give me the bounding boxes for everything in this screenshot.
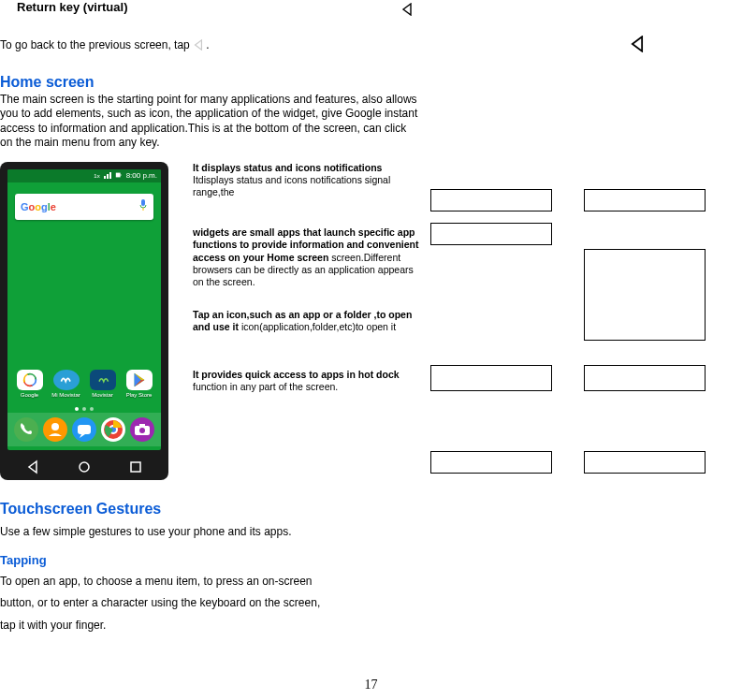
empty-box [430, 223, 552, 245]
tapping-line1: To open an app, to choose a menu item, t… [0, 575, 421, 590]
status-bar: 1x 8:00 p.m. [7, 169, 161, 182]
app-mi-movistar[interactable]: Mi Movistar [52, 370, 80, 398]
android-nav-bar [7, 458, 161, 480]
empty-box [584, 189, 706, 211]
callouts: It displays status and icons notificatio… [193, 162, 421, 480]
app-play-store[interactable]: Play Store [125, 370, 153, 398]
touchscreen-intro: Use a few simple gestures to use your ph… [0, 525, 421, 540]
svg-point-16 [80, 462, 89, 472]
back-triangle-icon [193, 39, 206, 52]
google-search-widget[interactable]: Google [15, 194, 153, 220]
back-triangle-icon [400, 3, 414, 19]
app-label: Google [21, 392, 38, 398]
app-label: Movistar [92, 392, 113, 398]
phone-mockup: 1x 8:00 p.m. Google [0, 162, 168, 480]
tapping-line2: button, or to enter a character using th… [0, 596, 421, 611]
nav-recent-icon[interactable] [128, 459, 143, 477]
callout-widgets: widgets are small apps that launch speci… [193, 226, 421, 288]
svg-rect-9 [78, 425, 91, 434]
svg-point-14 [139, 428, 145, 433]
chrome-icon[interactable] [101, 417, 125, 442]
mic-icon[interactable] [138, 198, 148, 214]
page-indicator [7, 407, 161, 411]
app-label: Play Store [126, 392, 153, 398]
tapping-line3: tap it with your finger. [0, 619, 421, 634]
callout-status-bar: It displays status and icons notificatio… [193, 162, 421, 198]
touchscreen-heading: Touchscreen Gestures [0, 501, 421, 518]
home-screen-description: The main screen is the starting point fo… [0, 93, 421, 151]
tapping-heading: Tapping [0, 553, 421, 567]
svg-rect-1 [120, 174, 121, 176]
google-logo: Google [21, 201, 56, 212]
empty-box [584, 249, 706, 341]
return-key-title: Return key (virtual) [17, 0, 742, 14]
phone-screen: 1x 8:00 p.m. Google [7, 169, 161, 450]
empty-box [430, 365, 552, 391]
battery-icon [115, 171, 123, 181]
messages-icon[interactable] [72, 417, 96, 442]
status-time: 8:00 p.m. [126, 171, 157, 180]
nav-home-icon[interactable] [77, 459, 92, 477]
svg-rect-2 [141, 199, 145, 206]
callout-tap-icon: Tap an icon,such as an app or a folder ,… [193, 309, 421, 333]
svg-point-8 [51, 423, 59, 430]
nav-back-icon[interactable] [25, 459, 40, 477]
empty-box [430, 451, 552, 474]
svg-rect-17 [131, 462, 140, 472]
app-label: Mi Movistar [51, 392, 80, 398]
home-screen-heading: Home screen [0, 74, 421, 91]
instruction-pre: To go back to the previous screen, tap [0, 38, 193, 51]
page-number: 17 [0, 678, 742, 693]
svg-rect-15 [139, 424, 145, 427]
callout-hot-dock: It provides quick access to apps in hot … [193, 369, 421, 393]
empty-box [430, 189, 552, 211]
back-triangle-icon [629, 36, 646, 55]
app-grid: Google Mi Movistar Movistar Play St [7, 370, 161, 398]
empty-box [584, 451, 706, 474]
app-movistar[interactable]: Movistar [89, 370, 117, 398]
empty-box [584, 365, 706, 391]
svg-rect-0 [115, 173, 120, 178]
contacts-icon[interactable] [43, 417, 67, 442]
phone-icon[interactable] [14, 417, 38, 442]
instruction-post: . [206, 38, 209, 51]
camera-icon[interactable] [130, 417, 154, 442]
app-google[interactable]: Google [16, 370, 44, 398]
hot-dock [7, 413, 161, 446]
